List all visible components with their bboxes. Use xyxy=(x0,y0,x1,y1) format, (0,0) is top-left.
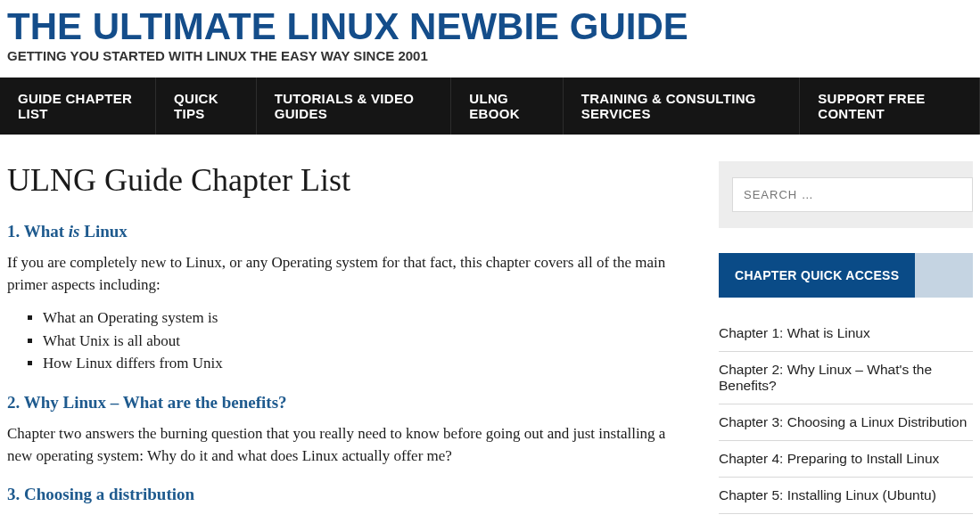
site-header: THE ULTIMATE LINUX NEWBIE GUIDE GETTING … xyxy=(0,0,980,69)
section-1-suffix: Linux xyxy=(80,222,128,241)
chapter-link-3[interactable]: Chapter 3: Choosing a Linux Distribution xyxy=(719,404,973,441)
section-3-heading[interactable]: 3. Choosing a distribution xyxy=(7,485,683,504)
page-title: ULNG Guide Chapter List xyxy=(7,161,683,199)
widget-header-row: CHAPTER QUICK ACCESS xyxy=(719,253,973,298)
section-1-heading[interactable]: 1. What is Linux xyxy=(7,222,683,241)
section-1-paragraph: If you are completely new to Linux, or a… xyxy=(7,252,683,296)
chapter-link-5[interactable]: Chapter 5: Installing Linux (Ubuntu) xyxy=(719,478,973,514)
list-item: What Unix is all about xyxy=(43,330,683,353)
nav-support[interactable]: SUPPORT FREE CONTENT xyxy=(800,78,980,135)
section-2-paragraph: Chapter two answers the burning question… xyxy=(7,423,683,467)
main-nav: GUIDE CHAPTER LIST QUICK TIPS TUTORIALS … xyxy=(0,78,980,135)
nav-training[interactable]: TRAINING & CONSULTING SERVICES xyxy=(564,78,801,135)
section-1-list: What an Operating system is What Unix is… xyxy=(43,306,683,375)
section-1-prefix: 1. What xyxy=(7,222,69,241)
section-2-heading[interactable]: 2. Why Linux – What are the benefits? xyxy=(7,393,683,413)
chapter-link-4[interactable]: Chapter 4: Preparing to Install Linux xyxy=(719,441,973,478)
site-title[interactable]: THE ULTIMATE LINUX NEWBIE GUIDE xyxy=(7,7,973,46)
search-widget xyxy=(719,161,973,228)
nav-ebook[interactable]: ULNG EBOOK xyxy=(451,78,563,135)
sidebar: CHAPTER QUICK ACCESS Chapter 1: What is … xyxy=(719,161,973,515)
main-content: ULNG Guide Chapter List 1. What is Linux… xyxy=(7,161,719,515)
widget-title: CHAPTER QUICK ACCESS xyxy=(719,253,915,298)
chapter-quick-list: Chapter 1: What is Linux Chapter 2: Why … xyxy=(719,315,973,514)
nav-tutorials[interactable]: TUTORIALS & VIDEO GUIDES xyxy=(257,78,452,135)
list-item: How Linux differs from Unix xyxy=(43,352,683,375)
list-item: What an Operating system is xyxy=(43,306,683,330)
nav-guide-chapter-list[interactable]: GUIDE CHAPTER LIST xyxy=(0,78,156,135)
nav-quick-tips[interactable]: QUICK TIPS xyxy=(156,78,257,135)
search-input[interactable] xyxy=(732,177,973,212)
site-tagline: GETTING YOU STARTED WITH LINUX THE EASY … xyxy=(7,48,973,63)
chapter-link-1[interactable]: Chapter 1: What is Linux xyxy=(719,315,973,352)
chapter-link-2[interactable]: Chapter 2: Why Linux – What's the Benefi… xyxy=(719,352,973,404)
section-1-italic: is xyxy=(69,222,80,241)
